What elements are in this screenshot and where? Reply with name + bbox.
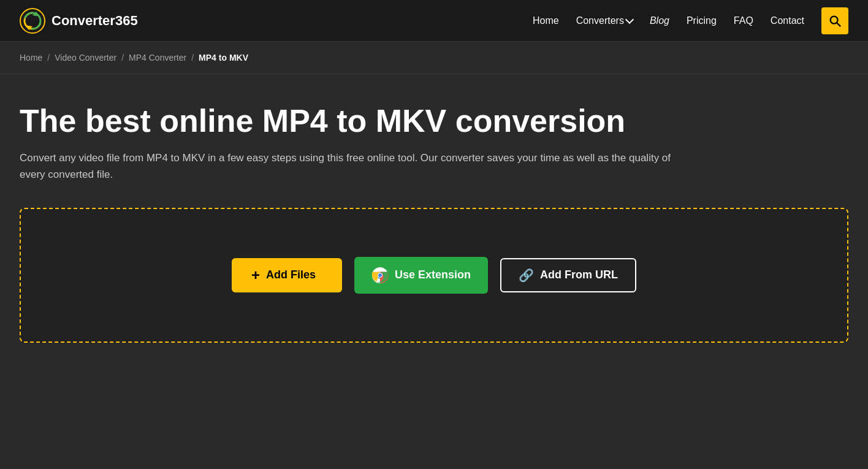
- use-extension-label: Use Extension: [395, 269, 471, 281]
- svg-point-1: [831, 16, 838, 23]
- nav-faq[interactable]: FAQ: [734, 15, 753, 26]
- nav-menu: Home Converters Blog Pricing FAQ Contact: [533, 7, 848, 34]
- nav-home[interactable]: Home: [533, 15, 559, 26]
- svg-line-2: [837, 23, 840, 26]
- breadcrumb: Home / Video Converter / MP4 Converter /…: [0, 42, 868, 74]
- breadcrumb-video-converter[interactable]: Video Converter: [55, 53, 116, 63]
- breadcrumb-sep-3: /: [191, 53, 194, 63]
- link-icon: 🔗: [519, 268, 534, 283]
- hero-description: Convert any video file from MP4 to MKV i…: [20, 150, 694, 183]
- use-extension-button[interactable]: Use Extension: [354, 257, 488, 294]
- brand-name: Converter365: [51, 13, 138, 29]
- nav-converters[interactable]: Converters: [576, 15, 633, 26]
- breadcrumb-sep-2: /: [121, 53, 124, 63]
- search-icon: [828, 14, 842, 28]
- hero-section: The best online MP4 to MKV conversion Co…: [0, 74, 868, 362]
- add-files-label: Add Files: [266, 269, 316, 281]
- brand-logo-icon: [20, 8, 45, 34]
- converters-chevron-icon: [625, 15, 634, 23]
- nav-contact[interactable]: Contact: [771, 15, 804, 26]
- nav-blog[interactable]: Blog: [650, 15, 669, 26]
- chrome-icon: [371, 267, 389, 284]
- add-url-button[interactable]: 🔗 Add From URL: [500, 258, 636, 292]
- add-url-label: Add From URL: [540, 269, 618, 281]
- add-files-button[interactable]: + Add Files: [232, 258, 342, 292]
- breadcrumb-mp4-converter[interactable]: MP4 Converter: [129, 53, 186, 63]
- breadcrumb-current: MP4 to MKV: [199, 53, 248, 63]
- upload-area: + Add Files Use Extension 🔗 Add F: [20, 208, 848, 343]
- nav-pricing[interactable]: Pricing: [687, 15, 717, 26]
- breadcrumb-home[interactable]: Home: [20, 53, 42, 63]
- upload-buttons: + Add Files Use Extension 🔗 Add F: [232, 257, 636, 294]
- hero-title: The best online MP4 to MKV conversion: [20, 104, 848, 139]
- navbar: Converter365 Home Converters Blog Pricin…: [0, 0, 868, 42]
- svg-point-6: [378, 273, 382, 277]
- search-button[interactable]: [821, 7, 848, 34]
- brand-link[interactable]: Converter365: [20, 8, 138, 34]
- breadcrumb-sep-1: /: [47, 53, 50, 63]
- plus-icon: +: [251, 268, 260, 283]
